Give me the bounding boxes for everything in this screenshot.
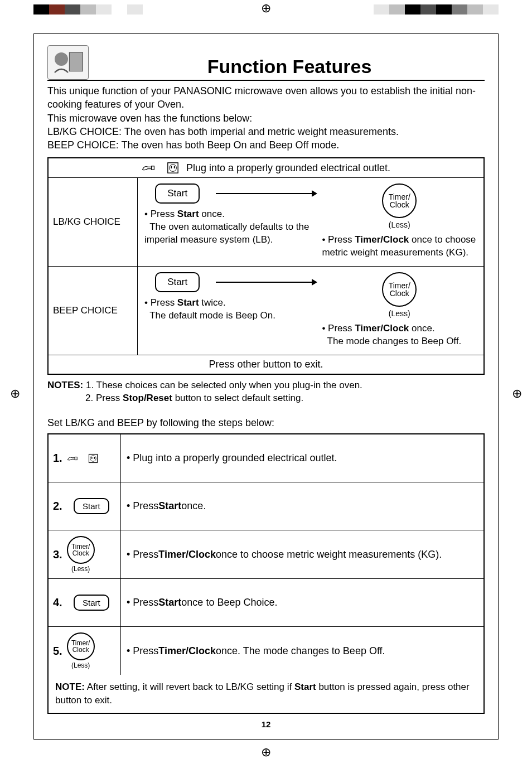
less-label: (Less)	[71, 661, 90, 669]
intro-p3: LB/KG CHOICE: The oven has both imperial…	[47, 125, 485, 138]
timer-clock-button: Timer/Clock	[67, 632, 95, 660]
feature-box: Plug into a properly grounded electrical…	[47, 157, 485, 375]
less-label: (Less)	[389, 309, 410, 318]
steps-subhead: Set LB/KG and BEEP by following the step…	[47, 417, 485, 429]
arrow-icon	[216, 282, 316, 283]
chef-icon	[47, 45, 89, 80]
step-number: 3.	[53, 548, 62, 561]
steps-note: NOTE: After setting, it will revert back…	[49, 675, 483, 713]
svg-point-4	[169, 165, 176, 172]
page-title: Function Features	[94, 56, 485, 80]
step-text: • Press Start once.	[121, 482, 483, 530]
color-strip-left	[33, 4, 143, 15]
intro-text: This unique function of your PANASONIC m…	[47, 84, 485, 152]
step-left: 2. Start	[49, 482, 121, 530]
step-row: 3. Timer/Clock (Less) • Press Timer/Cloc…	[49, 530, 483, 579]
notes-block: NOTES: 1. These choices can be selected …	[47, 379, 485, 405]
registration-mark-top: ⊕	[261, 2, 271, 15]
feature-row-label: BEEP CHOICE	[49, 267, 138, 355]
feature-left-text: • Press Start once. The oven automatical…	[144, 208, 316, 247]
arrow-icon	[216, 193, 316, 194]
feature-row: LB/KG CHOICE Start • Press Start once. T…	[49, 178, 483, 267]
less-label: (Less)	[389, 220, 410, 229]
plug-icon	[67, 453, 81, 463]
svg-rect-5	[171, 166, 172, 169]
start-button: Start	[74, 498, 109, 514]
feature-left-text: • Press Start twice. The default mode is…	[144, 297, 316, 322]
steps-box: 1. • Plug into a properly grounded elect…	[47, 433, 485, 714]
svg-rect-10	[91, 457, 93, 459]
less-label: (Less)	[71, 565, 90, 573]
intro-p2: This microwave oven has the functions be…	[47, 112, 485, 125]
notes-line-2-prefix: 2. Press	[85, 393, 123, 403]
crop-marks-bottom: ⊕	[0, 745, 532, 767]
page-header: Function Features	[47, 45, 485, 81]
feature-row: BEEP CHOICE Start • Press Start twice. T…	[49, 267, 483, 355]
svg-rect-2	[151, 166, 154, 170]
notes-label: NOTES:	[47, 380, 83, 390]
outlet-icon	[164, 162, 182, 174]
intro-p4: BEEP CHOICE: The oven has both Beep On a…	[47, 138, 485, 152]
feature-box-header: Plug into a properly grounded electrical…	[49, 158, 483, 178]
start-button: Start	[155, 183, 200, 204]
step-row: 4. Start • Press Start once to Beep Choi…	[49, 579, 483, 627]
step-row: 2. Start • Press Start once.	[49, 482, 483, 530]
feature-box-header-text: Plug into a properly grounded electrical…	[186, 162, 390, 174]
svg-rect-7	[75, 457, 77, 460]
page-number: 12	[47, 719, 485, 729]
page-frame: Function Features This unique function o…	[33, 33, 499, 740]
step-number: 4.	[53, 596, 62, 609]
steps-note-bold: Start	[294, 682, 316, 692]
svg-rect-1	[69, 52, 83, 71]
notes-line-2-bold: Stop/Reset	[123, 393, 172, 403]
svg-rect-6	[174, 166, 175, 169]
feature-right-text: • Press Timer/Clock once. The mode chang…	[322, 322, 477, 348]
step-text: • Press Timer/Clock once to choose metri…	[121, 530, 483, 578]
svg-point-9	[90, 455, 96, 461]
step-text: • Press Timer/Clock once. The mode chang…	[121, 627, 483, 675]
outlet-icon	[86, 453, 100, 463]
step-text: • Plug into a properly grounded electric…	[121, 434, 483, 482]
intro-p1: This unique function of your PANASONIC m…	[47, 84, 485, 112]
start-button: Start	[74, 595, 109, 611]
feature-box-footer: Press other button to exit.	[49, 355, 483, 374]
timer-clock-button: Timer/Clock	[382, 272, 417, 307]
feature-row-label: LB/KG CHOICE	[49, 178, 138, 266]
color-strip-right	[374, 4, 499, 15]
step-number: 5.	[53, 645, 62, 658]
step-left: 4. Start	[49, 579, 121, 626]
step-row: 5. Timer/Clock (Less) • Press Timer/Cloc…	[49, 627, 483, 675]
registration-mark-bottom: ⊕	[0, 745, 532, 760]
notes-line-2-suffix: button to select default setting.	[172, 393, 303, 403]
step-row: 1. • Plug into a properly grounded elect…	[49, 434, 483, 482]
registration-mark-right: ⊕	[512, 386, 522, 401]
step-number: 1.	[53, 452, 62, 465]
step-text: • Press Start once to Beep Choice.	[121, 579, 483, 626]
svg-point-0	[55, 52, 68, 66]
timer-clock-button: Timer/Clock	[67, 536, 95, 564]
step-number: 2.	[53, 500, 62, 513]
feature-right-text: • Press Timer/Clock once to choose metri…	[322, 234, 477, 259]
registration-mark-left: ⊕	[10, 386, 20, 401]
steps-note-label: NOTE:	[55, 682, 85, 692]
notes-line-1: 1. These choices can be selected only wh…	[86, 380, 362, 390]
step-left: 3. Timer/Clock (Less)	[49, 530, 121, 578]
crop-marks-top: ⊕	[0, 0, 532, 22]
start-button: Start	[155, 272, 200, 292]
plug-icon	[142, 162, 159, 174]
steps-note-prefix: After setting, it will revert back to LB…	[85, 682, 294, 692]
timer-clock-button: Timer/Clock	[382, 183, 417, 218]
svg-rect-11	[94, 457, 95, 459]
step-left: 1.	[49, 434, 121, 482]
step-left: 5. Timer/Clock (Less)	[49, 627, 121, 675]
chef-illustration-icon	[48, 46, 88, 79]
